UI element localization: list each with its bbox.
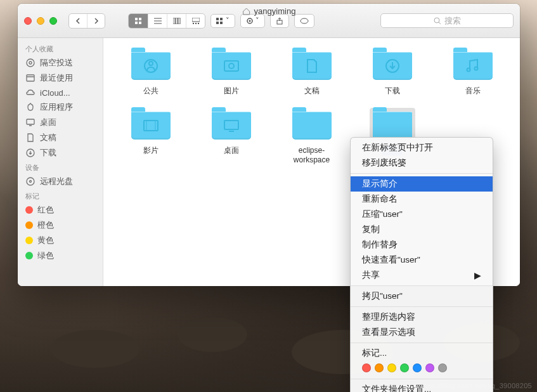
gallery-view-button[interactable] [186, 14, 205, 28]
menu-item[interactable]: 标记... [351, 346, 493, 361]
folder-item[interactable]: 影片 [113, 105, 188, 168]
icon-view-button[interactable] [129, 14, 148, 28]
menu-tag-row [351, 361, 493, 376]
svg-point-25 [29, 62, 32, 64]
rock-decor [51, 330, 139, 368]
menu-item-label: 快速查看"user" [362, 254, 420, 266]
search-field[interactable]: 搜索 [380, 13, 514, 28]
svg-rect-10 [192, 18, 200, 22]
folder-item[interactable]: 音乐 [436, 46, 510, 99]
close-button[interactable] [24, 17, 32, 25]
desktop-icon [25, 117, 36, 127]
menu-item[interactable]: 整理所选内容 [351, 310, 493, 325]
menu-item[interactable]: 重新命名 [351, 192, 493, 207]
svg-point-21 [301, 18, 308, 23]
folder-label: eclipse-workspace [294, 146, 330, 166]
menu-item-label: 制作替身 [362, 239, 398, 251]
gear-icon [246, 17, 254, 25]
menu-tag-color[interactable] [438, 363, 447, 372]
folder-item[interactable]: eclipse-workspace [275, 105, 349, 168]
search-placeholder: 搜索 [444, 15, 461, 27]
menu-item[interactable]: 共享 ▶ [351, 268, 493, 283]
window-controls [24, 17, 57, 25]
folder-item[interactable]: 桌面 [194, 105, 268, 168]
icloud-icon [25, 88, 36, 98]
folder-icon [289, 108, 335, 143]
menu-tag-color[interactable] [387, 363, 396, 372]
sidebar-item-desktop[interactable]: 桌面 [18, 115, 103, 130]
svg-rect-17 [220, 22, 223, 24]
menu-separator [351, 173, 493, 174]
menu-tag-color[interactable] [425, 363, 434, 372]
folder-item[interactable]: 文稿 [275, 46, 349, 99]
svg-point-32 [30, 181, 32, 183]
tag-icon [300, 18, 309, 24]
menu-item[interactable]: 快速查看"user" [351, 252, 493, 268]
tag-dot-icon [25, 221, 33, 229]
menu-item-label: 拷贝"user" [362, 291, 403, 302]
menu-item[interactable]: 拷贝"user" [351, 289, 493, 304]
forward-button[interactable] [87, 14, 105, 28]
tag-dot-icon [25, 252, 33, 259]
sidebar-item-airdrop[interactable]: 隔空投送 [18, 55, 103, 70]
sidebar-tag[interactable]: 红色 [18, 202, 103, 218]
folder-item[interactable]: 公共 [113, 46, 188, 99]
menu-item-label: 显示简介 [362, 178, 398, 190]
folder-label: 文稿 [304, 86, 320, 96]
folder-label: 影片 [143, 146, 159, 156]
svg-rect-1 [139, 18, 141, 20]
sidebar-item-disc[interactable]: 远程光盘 [18, 174, 103, 189]
menu-tag-color[interactable] [375, 363, 384, 372]
svg-rect-0 [135, 18, 138, 20]
svg-point-36 [229, 63, 234, 69]
menu-item-label: 重新命名 [362, 193, 398, 205]
airdrop-icon [25, 58, 36, 68]
folder-icon [450, 48, 496, 84]
sidebar-item-recents[interactable]: 最近使用 [18, 70, 103, 86]
menu-item[interactable]: 显示简介 [351, 176, 493, 192]
sidebar-tag[interactable]: 绿色 [18, 248, 103, 263]
list-view-button[interactable] [148, 14, 167, 28]
submenu-arrow-icon: ▶ [474, 270, 481, 280]
menu-item[interactable]: 复制 [351, 222, 493, 237]
folder-label: 图片 [224, 86, 239, 96]
svg-rect-12 [195, 23, 197, 24]
window-title: yangyiming [242, 6, 296, 16]
back-button[interactable] [69, 14, 87, 28]
arrange-button[interactable]: ˅ [210, 14, 235, 28]
documents-icon [25, 133, 36, 143]
watermark: https://blog.csdn.net/qq_39008205 [418, 382, 532, 389]
chevron-down-icon: ˅ [226, 16, 230, 25]
sidebar-tag[interactable]: 橙色 [18, 218, 103, 233]
sidebar-item-label: 远程光盘 [40, 176, 73, 187]
menu-item[interactable]: 在新标签页中打开 [351, 140, 493, 155]
sidebar-tag[interactable]: 黄色 [18, 233, 103, 248]
folder-item[interactable]: 下载 [355, 46, 429, 99]
sidebar-item-downloads[interactable]: 下载 [18, 145, 103, 160]
menu-tag-color[interactable] [362, 363, 371, 372]
sidebar-header-favorites: 个人收藏 [18, 42, 103, 55]
home-icon [242, 7, 251, 16]
menu-item[interactable]: 查看显示选项 [351, 325, 493, 340]
svg-point-31 [27, 178, 34, 185]
tags-button[interactable] [294, 14, 314, 28]
menu-item[interactable]: 移到废纸篓 [351, 155, 493, 171]
menu-item[interactable]: 制作替身 [351, 237, 493, 252]
folder-label: 音乐 [465, 86, 481, 96]
sidebar-item-icloud[interactable]: iCloud... [18, 86, 103, 100]
menu-tag-color[interactable] [400, 363, 409, 372]
folder-item[interactable]: 图片 [194, 46, 268, 99]
minimize-button[interactable] [37, 17, 44, 25]
column-view-button[interactable] [167, 14, 186, 28]
menu-item[interactable]: 压缩"user" [351, 207, 493, 222]
sidebar-item-apps[interactable]: 应用程序 [18, 100, 103, 115]
menu-tag-color[interactable] [413, 363, 422, 372]
sidebar-header-tags: 标记 [18, 189, 103, 202]
svg-rect-43 [224, 121, 238, 129]
menu-item-label: 共享 [362, 270, 380, 281]
menu-item-label: 在新标签页中打开 [362, 142, 433, 154]
sidebar-item-documents[interactable]: 文稿 [18, 130, 103, 145]
menu-separator [351, 343, 493, 343]
svg-rect-15 [220, 18, 223, 20]
zoom-button[interactable] [49, 17, 57, 25]
